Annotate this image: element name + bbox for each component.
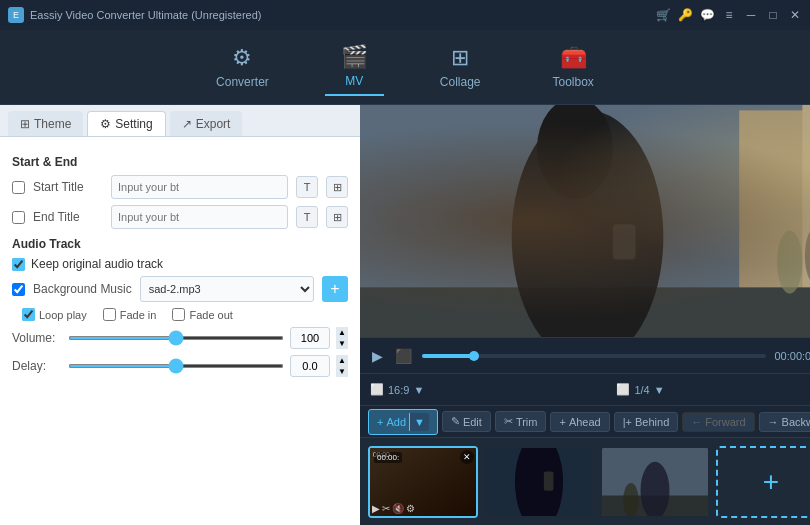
clip-mute-icon: 🔇 bbox=[392, 503, 404, 514]
svg-rect-1 bbox=[739, 110, 810, 337]
play-button[interactable]: ▶ bbox=[370, 346, 385, 366]
delay-label: Delay: bbox=[12, 359, 62, 373]
stop-button[interactable]: ⬛ bbox=[393, 346, 414, 366]
end-title-input[interactable] bbox=[111, 205, 288, 229]
chat-icon[interactable]: 💬 bbox=[700, 8, 714, 22]
add-button[interactable]: + Add ▼ bbox=[368, 409, 438, 435]
behind-icon: |+ bbox=[623, 416, 632, 428]
fade-in-checkbox[interactable] bbox=[103, 308, 116, 321]
tab-export[interactable]: ↗ Export bbox=[170, 111, 243, 136]
trim-button[interactable]: ✂ Trim bbox=[495, 411, 547, 432]
bg-music-dropdown[interactable]: sad-2.mp3 bbox=[140, 276, 314, 302]
volume-up-btn[interactable]: ▲ bbox=[336, 327, 348, 338]
add-dropdown-arrow[interactable]: ▼ bbox=[409, 413, 429, 431]
start-title-input[interactable] bbox=[111, 175, 288, 199]
page-chevron-icon: ▼ bbox=[654, 384, 665, 396]
clip-3-svg bbox=[602, 446, 708, 518]
delay-input[interactable]: 0.0 bbox=[290, 355, 330, 377]
loop-play-checkbox[interactable] bbox=[22, 308, 35, 321]
key-icon[interactable]: 🔑 bbox=[678, 8, 692, 22]
end-title-checkbox[interactable] bbox=[12, 211, 25, 224]
svg-point-15 bbox=[515, 446, 563, 518]
ahead-button[interactable]: + Ahead bbox=[550, 412, 609, 432]
behind-button[interactable]: |+ Behind bbox=[614, 412, 679, 432]
timeline: + Add ▼ ✎ Edit ✂ Trim + Ahead |+ bbox=[360, 405, 810, 525]
video-bottom-bar: ⬜ 16:9 ▼ ⬜ 1/4 ▼ Export bbox=[360, 373, 810, 405]
titlebar-left: E Eassiy Video Converter Ultimate (Unreg… bbox=[8, 7, 262, 23]
menu-icon[interactable]: ≡ bbox=[722, 8, 736, 22]
fade-in-label: Fade in bbox=[103, 308, 157, 321]
ratio-selector[interactable]: ⬜ 16:9 ▼ bbox=[370, 383, 424, 396]
cart-icon[interactable]: 🛒 bbox=[656, 8, 670, 22]
volume-slider[interactable] bbox=[68, 336, 284, 340]
loop-play-label: Loop play bbox=[22, 308, 87, 321]
start-title-checkbox[interactable] bbox=[12, 181, 25, 194]
nav-toolbox[interactable]: 🧰 Toolbox bbox=[537, 39, 610, 95]
top-navigation: ⚙ Converter 🎬 MV ⊞ Collage 🧰 Toolbox bbox=[0, 30, 810, 105]
end-title-font-icon[interactable]: T bbox=[296, 206, 318, 228]
clip-1[interactable]: 00:00 ✕ ▶ ✂ 🔇 ⚙ bbox=[368, 446, 478, 518]
tab-setting[interactable]: ⚙ Setting bbox=[87, 111, 165, 136]
ratio-chevron-icon: ▼ bbox=[413, 384, 424, 396]
start-title-label: Start Title bbox=[33, 180, 103, 194]
panel-tabs: ⊞ Theme ⚙ Setting ↗ Export bbox=[0, 105, 360, 137]
end-title-layout-icon[interactable]: ⊞ bbox=[326, 206, 348, 228]
background-music-checkbox[interactable] bbox=[12, 283, 25, 296]
clip-3[interactable] bbox=[600, 446, 710, 518]
start-title-layout-icon[interactable]: ⊞ bbox=[326, 176, 348, 198]
progress-bar[interactable] bbox=[422, 354, 766, 358]
delay-up-btn[interactable]: ▲ bbox=[336, 355, 348, 366]
backward-button[interactable]: → Backward bbox=[759, 412, 810, 432]
volume-row: Volume: 100 ▲ ▼ bbox=[12, 327, 348, 349]
svg-rect-0 bbox=[360, 105, 810, 337]
volume-input[interactable]: 100 bbox=[290, 327, 330, 349]
time-display: 00:00:02.02/00:00:45.00 bbox=[774, 350, 810, 362]
titlebar-controls: 🛒 🔑 💬 ≡ ─ □ ✕ bbox=[656, 8, 802, 22]
svg-rect-2 bbox=[802, 105, 810, 337]
forward-button[interactable]: ← Forward bbox=[682, 412, 754, 432]
collage-icon: ⊞ bbox=[451, 45, 469, 71]
nav-collage[interactable]: ⊞ Collage bbox=[424, 39, 497, 95]
timeline-toolbar: + Add ▼ ✎ Edit ✂ Trim + Ahead |+ bbox=[360, 406, 810, 438]
keep-original-label: Keep original audio track bbox=[31, 257, 163, 271]
close-icon[interactable]: ✕ bbox=[788, 8, 802, 22]
add-music-button[interactable]: + bbox=[322, 276, 348, 302]
maximize-icon[interactable]: □ bbox=[766, 8, 780, 22]
nav-converter[interactable]: ⚙ Converter bbox=[200, 39, 285, 95]
svg-point-20 bbox=[623, 482, 638, 517]
keep-original-checkbox[interactable] bbox=[12, 258, 25, 271]
add-clip-button[interactable]: + bbox=[716, 446, 810, 518]
start-title-font-icon[interactable]: T bbox=[296, 176, 318, 198]
clip-3-thumbnail bbox=[602, 448, 708, 516]
clip-1-close[interactable]: ✕ bbox=[460, 450, 474, 464]
nav-converter-label: Converter bbox=[216, 75, 269, 89]
video-preview-area bbox=[360, 105, 810, 337]
nav-mv[interactable]: 🎬 MV bbox=[325, 38, 384, 96]
clip-cut-icon: ✂ bbox=[382, 503, 390, 514]
clip-2-svg bbox=[486, 446, 592, 518]
clip-1-controls: ▶ ✂ 🔇 ⚙ bbox=[372, 503, 415, 514]
svg-rect-4 bbox=[360, 287, 810, 337]
fade-out-checkbox[interactable] bbox=[172, 308, 185, 321]
keep-original-row: Keep original audio track bbox=[12, 257, 348, 271]
titlebar-title: Eassiy Video Converter Ultimate (Unregis… bbox=[30, 9, 262, 21]
edit-button[interactable]: ✎ Edit bbox=[442, 411, 491, 432]
right-panel: ▶ ⬛ 00:00:02.02/00:00:45.00 🔊 ⬜ 16:9 ▼ ⬜… bbox=[360, 105, 810, 525]
page-selector[interactable]: ⬜ 1/4 ▼ bbox=[616, 383, 664, 396]
end-title-label: End Title bbox=[33, 210, 103, 224]
ratio-icon: ⬜ bbox=[370, 383, 384, 396]
export-icon: ↗ bbox=[182, 117, 192, 131]
background-music-label: Background Music bbox=[33, 282, 132, 296]
delay-down-btn[interactable]: ▼ bbox=[336, 366, 348, 377]
forward-icon: ← bbox=[691, 416, 702, 428]
edit-icon: ✎ bbox=[451, 415, 460, 428]
volume-label: Volume: bbox=[12, 331, 62, 345]
start-end-section-title: Start & End bbox=[12, 155, 348, 169]
minimize-icon[interactable]: ─ bbox=[744, 8, 758, 22]
delay-slider[interactable] bbox=[68, 364, 284, 368]
video-frame bbox=[360, 105, 810, 337]
clip-2[interactable] bbox=[484, 446, 594, 518]
tab-theme[interactable]: ⊞ Theme bbox=[8, 111, 83, 136]
volume-down-btn[interactable]: ▼ bbox=[336, 338, 348, 349]
fade-out-label: Fade out bbox=[172, 308, 232, 321]
